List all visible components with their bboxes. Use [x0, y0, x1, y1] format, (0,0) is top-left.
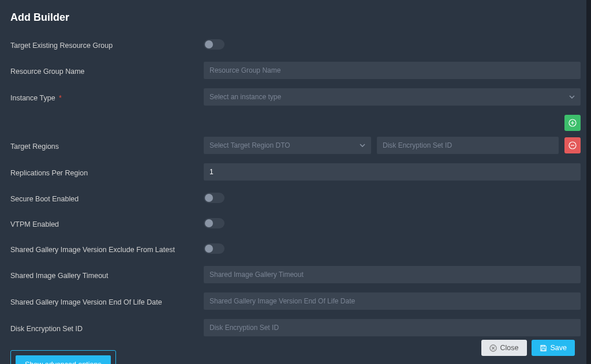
save-icon: [540, 344, 547, 352]
toggle-knob: [205, 219, 213, 227]
toggle-knob: [205, 40, 213, 48]
toggle-knob: [205, 245, 213, 253]
gallery-timeout-input[interactable]: [204, 266, 581, 283]
toggle-vtpm[interactable]: [204, 218, 225, 228]
rg-name-input[interactable]: [204, 62, 581, 79]
remove-region-button[interactable]: [564, 137, 581, 153]
page-title: Add Builder: [10, 12, 581, 24]
close-icon: [489, 344, 497, 352]
label-target-regions: Target Regions: [10, 141, 204, 151]
instance-type-select[interactable]: Select an instance type: [204, 88, 581, 106]
toggle-target-existing-rg[interactable]: [204, 39, 225, 50]
target-region-select[interactable]: Select Target Region DTO: [204, 137, 371, 154]
region-disk-encryption-input[interactable]: [377, 137, 559, 154]
eol-date-input[interactable]: [204, 292, 581, 310]
label-target-existing-rg: Target Existing Resource Group: [10, 40, 204, 50]
close-button[interactable]: Close: [481, 340, 527, 356]
toggle-exclude-latest[interactable]: [204, 243, 225, 254]
label-exclude-latest: Shared Gallery Image Version Exclude Fro…: [10, 244, 204, 254]
chevron-down-icon: [569, 94, 575, 100]
label-replications: Replications Per Region: [10, 167, 204, 177]
save-button[interactable]: Save: [532, 340, 575, 356]
replications-input[interactable]: [204, 163, 581, 181]
label-eol-date: Shared Gallery Image Version End Of Life…: [10, 297, 204, 306]
toggle-knob: [205, 194, 213, 202]
label-vtpm: VTPM Enabled: [10, 219, 204, 228]
required-marker: *: [59, 94, 62, 102]
show-advanced-options-button[interactable]: Show advanced options: [16, 355, 111, 364]
disk-encryption-input[interactable]: [204, 319, 581, 336]
svg-rect-3: [541, 345, 544, 347]
chevron-down-icon: [360, 142, 365, 148]
close-label: Close: [500, 344, 519, 352]
advanced-options-highlight: Show advanced options: [10, 350, 116, 364]
add-region-button[interactable]: [564, 115, 581, 131]
instance-type-placeholder: Select an instance type: [210, 93, 281, 101]
label-instance-type: Instance Type *: [10, 92, 204, 102]
toggle-secure-boot[interactable]: [204, 193, 225, 203]
target-region-placeholder: Select Target Region DTO: [210, 141, 290, 149]
label-rg-name: Resource Group Name: [10, 66, 204, 76]
label-secure-boot: Secure Boot Enabled: [10, 193, 204, 203]
save-label: Save: [551, 344, 567, 352]
label-disk-encryption: Disk Encryption Set ID: [10, 323, 204, 333]
label-gallery-timeout: Shared Image Gallery Timeout: [10, 270, 204, 280]
